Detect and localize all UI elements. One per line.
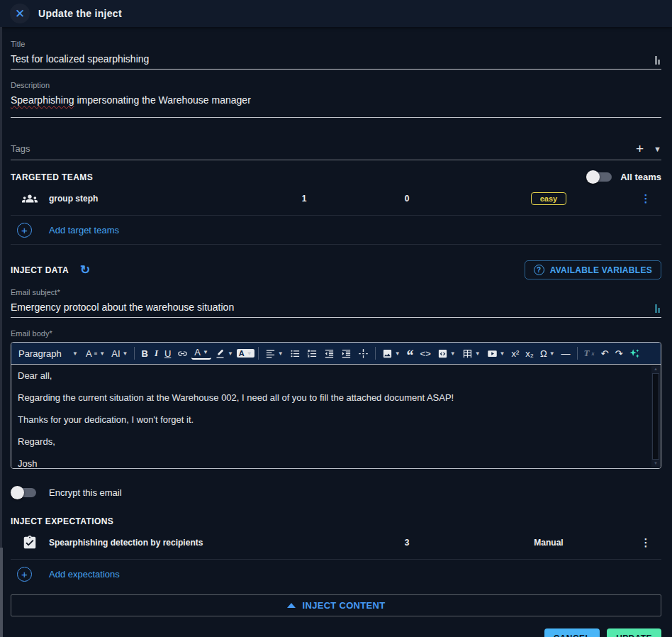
paragraph-style-select[interactable]: Paragraph▼ (14, 347, 82, 360)
targeted-teams-header: TARGETED TEAMS (11, 172, 93, 182)
email-body-paragraph: Dear all, (18, 370, 644, 381)
toolbar-separator (577, 347, 578, 360)
dialog-header: ✕ Update the inject (0, 0, 672, 27)
chevron-down-icon: ▼ (500, 350, 505, 357)
chevron-down-icon: ▼ (228, 350, 233, 357)
description-input[interactable]: Spearphishing impersonating the Warehous… (11, 94, 661, 118)
email-subject-label: Email subject* (11, 288, 661, 297)
redo-icon[interactable]: ↷ (612, 347, 625, 360)
chevron-down-icon: ▼ (395, 350, 401, 357)
tags-field[interactable]: Tags + ▼ (11, 143, 661, 160)
targeted-teams-header-row: TARGETED TEAMS All teams (11, 172, 661, 182)
all-teams-toggle[interactable] (589, 172, 612, 182)
inject-content-label: INJECT CONTENT (303, 600, 386, 611)
special-characters-icon[interactable]: Ω▼ (537, 347, 558, 360)
expectation-score: 3 (347, 538, 467, 548)
dialog-title: Update the inject (38, 8, 122, 19)
cancel-button[interactable]: CANCEL (544, 628, 600, 637)
dialog-footer: CANCEL UPDATE (11, 628, 661, 637)
font-size-icon[interactable]: AI▼ (108, 347, 130, 360)
add-tag-icon[interactable]: + (636, 144, 644, 154)
email-subject-input[interactable]: Emergency protocol about the warehouse s… (11, 301, 661, 318)
all-teams-label: All teams (620, 172, 661, 182)
refresh-icon[interactable]: ↻ (80, 262, 90, 277)
expectation-type: Manual (467, 538, 630, 548)
encrypt-row: Encrypt this email (11, 487, 661, 498)
inline-code-icon[interactable]: <> (418, 347, 434, 360)
email-body-paragraph: Thanks for your dedication, I won't forg… (18, 414, 644, 425)
email-body-label: Email body* (11, 329, 661, 338)
inject-content-toggle[interactable]: INJECT CONTENT (11, 594, 661, 616)
page-break-icon[interactable] (355, 347, 371, 360)
superscript-icon[interactable]: x² (509, 347, 522, 360)
dialog-content: Title Test for localized spearphishing D… (0, 27, 672, 637)
remove-format-icon[interactable]: Tx (581, 346, 598, 360)
close-icon[interactable]: ✕ (10, 4, 30, 23)
numbered-list-icon[interactable] (304, 347, 320, 360)
expectation-row-menu-icon[interactable]: ⋮ (630, 538, 661, 548)
help-icon: ? (534, 265, 544, 275)
bold-icon[interactable]: B (138, 347, 150, 360)
font-background-icon[interactable]: A▼ (237, 349, 254, 358)
insert-table-icon[interactable]: ▼ (459, 347, 483, 360)
tags-dropdown-icon[interactable]: ▼ (654, 145, 661, 153)
email-subject-field: Email subject* Emergency protocol about … (11, 288, 661, 318)
tags-label: Tags (11, 143, 30, 154)
team-row-menu-icon[interactable]: ⋮ (630, 194, 661, 204)
text-alignment-icon[interactable]: ▼ (262, 347, 286, 360)
outdent-icon[interactable] (321, 347, 337, 360)
update-inject-dialog: ✕ Update the inject Title Test for local… (0, 0, 672, 637)
editor-scrollbar[interactable]: ▲ ▼ (651, 366, 660, 467)
font-color-icon[interactable]: A▼ (191, 347, 211, 360)
scrollbar-thumb[interactable] (652, 373, 659, 460)
inject-data-header-row: INJECT DATA ↻ ? AVAILABLE VARIABLES (11, 260, 661, 279)
source-editing-icon[interactable]: ▼ (435, 347, 459, 360)
title-field: Title Test for localized spearphishing (11, 40, 661, 70)
add-expectations-button[interactable]: + Add expectations (11, 560, 661, 589)
team-enabled-users-count: 0 (347, 194, 467, 204)
bulleted-list-icon[interactable] (287, 347, 303, 360)
toolbar-separator (258, 347, 259, 360)
groups-icon (11, 191, 49, 206)
chevron-down-icon: ▼ (72, 350, 78, 357)
font-family-icon[interactable]: A≡▼ (83, 347, 108, 360)
available-variables-button[interactable]: ? AVAILABLE VARIABLES (525, 260, 661, 279)
insert-image-icon[interactable]: ▼ (379, 347, 403, 360)
scroll-down-icon[interactable]: ▼ (654, 460, 658, 467)
team-row[interactable]: group steph 1 0 easy ⋮ (11, 182, 661, 216)
description-value: Spearphishing impersonating the Warehous… (11, 94, 251, 106)
highlight-icon[interactable]: ▼ (212, 347, 236, 360)
title-input[interactable]: Test for localized spearphishing (11, 53, 661, 70)
field-cursor-icon (655, 56, 660, 65)
expectation-row[interactable]: Spearphishing detection by recipients 3 … (11, 526, 661, 560)
inject-expectations-header: INJECT EXPECTATIONS (11, 516, 113, 526)
chevron-down-icon: ▼ (450, 350, 456, 357)
block-quote-icon[interactable]: “ (404, 347, 417, 360)
encrypt-toggle[interactable] (13, 488, 36, 497)
update-button[interactable]: UPDATE (607, 628, 661, 637)
collapse-up-icon (287, 603, 296, 608)
italic-icon[interactable]: I (152, 346, 161, 360)
undo-icon[interactable]: ↶ (598, 347, 612, 360)
horizontal-line-icon[interactable]: — (559, 347, 573, 360)
toolbar-separator (375, 347, 376, 360)
underline-icon[interactable]: U (162, 347, 174, 360)
team-users-count: 1 (262, 194, 347, 204)
description-field: Description Spearphishing impersonating … (11, 81, 661, 118)
inject-data-header: INJECT DATA (11, 265, 69, 275)
subscript-icon[interactable]: x₂ (522, 347, 537, 360)
available-variables-label: AVAILABLE VARIABLES (550, 265, 652, 275)
chevron-down-icon: ▼ (99, 350, 105, 357)
email-body-input[interactable]: Dear all,Regarding the current situation… (11, 365, 661, 469)
link-icon[interactable] (174, 347, 191, 360)
chevron-down-icon: ▼ (475, 350, 481, 357)
scroll-up-icon[interactable]: ▲ (654, 366, 658, 372)
ai-assistant-icon[interactable] (626, 347, 642, 360)
editor-toolbar: Paragraph▼A≡▼AI▼BIUA▼▼A▼▼▼“<>▼▼▼x²x₂Ω▼—T… (11, 343, 661, 365)
field-cursor-icon (655, 304, 660, 313)
description-label: Description (11, 81, 661, 89)
assignment-done-icon (11, 535, 49, 550)
insert-media-icon[interactable]: ▼ (484, 347, 508, 360)
indent-icon[interactable] (338, 347, 354, 360)
add-target-teams-button[interactable]: + Add target teams (11, 216, 661, 245)
